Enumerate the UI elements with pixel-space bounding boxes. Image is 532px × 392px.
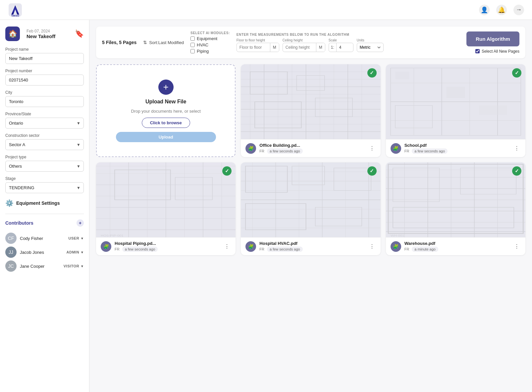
sidebar-title-group: Feb 07, 2024 New Takeoff bbox=[27, 29, 55, 39]
bookmark-icon[interactable]: 🔖 bbox=[75, 29, 84, 38]
file-name: Hospital Piping.pd... bbox=[115, 241, 220, 246]
file-more-button[interactable]: ⋮ bbox=[513, 144, 521, 153]
project-name-input[interactable] bbox=[5, 53, 84, 64]
file-puzzle-icon: 🧩 bbox=[245, 241, 256, 252]
contributor-role-dropdown[interactable]: ▼ bbox=[80, 251, 84, 254]
project-number-input[interactable] bbox=[5, 75, 84, 85]
sidebar-divider bbox=[5, 214, 84, 214]
svg-text:WH-001: WH-001 bbox=[391, 234, 404, 237]
navbar: TAKSO 👤 🔔 → bbox=[0, 0, 532, 20]
units-label: Units bbox=[357, 38, 384, 42]
file-info: 🧩 Hospital HVAC.pdf FR a few seconds ago… bbox=[241, 237, 380, 255]
select-all-new-pages-checkbox[interactable] bbox=[475, 49, 480, 53]
logout-icon[interactable]: → bbox=[513, 5, 524, 15]
logo: TAKSO bbox=[8, 3, 23, 17]
file-card: ✓ 🧩 Hospital HVAC.pdf FR a few seconds a… bbox=[241, 162, 380, 255]
ceiling-height-label: Ceiling height bbox=[283, 38, 325, 42]
project-type-group: Project type Others Commercial Residenti… bbox=[5, 155, 84, 172]
file-meta: FR a few seconds ago bbox=[259, 148, 364, 154]
project-number-group: Project number bbox=[5, 69, 84, 85]
scale-input[interactable] bbox=[337, 43, 353, 52]
main-content: 5 Files, 5 Pages ⇅ Sort:Last Modified SE… bbox=[89, 20, 532, 392]
file-meta: FR a few seconds ago bbox=[115, 247, 220, 252]
sidebar-date: Feb 07, 2024 bbox=[27, 29, 55, 33]
file-meta: FR a few seconds ago bbox=[259, 247, 364, 252]
ai-modules-label: SELECT AI MODULES: bbox=[190, 31, 230, 35]
equipment-settings-label: Equipment Settings bbox=[16, 200, 60, 206]
equipment-settings[interactable]: ⚙️ Equipment Settings bbox=[5, 198, 84, 208]
file-lang: FR bbox=[259, 247, 264, 251]
file-thumbnail: WH-001 ✓ bbox=[386, 162, 525, 237]
file-puzzle-icon: 🧩 bbox=[101, 241, 111, 252]
contributor-role-wrap: USER ▼ bbox=[69, 236, 84, 240]
scale-input-wrap: 1: bbox=[329, 43, 353, 52]
contributor-name: Jane Cooper bbox=[20, 264, 60, 269]
units-select[interactable]: Metric Imperial bbox=[357, 43, 384, 52]
upload-title: Upload New File bbox=[145, 99, 186, 105]
ceiling-height-input[interactable] bbox=[283, 43, 316, 52]
file-time: a few seconds ago bbox=[412, 148, 448, 154]
piping-checkbox[interactable] bbox=[190, 49, 195, 53]
avatar: JJ bbox=[5, 247, 17, 258]
construction-sector-select-wrap: Sector A Sector B Sector C ▼ bbox=[5, 139, 84, 150]
avatar: CF bbox=[5, 233, 17, 244]
project-number-label: Project number bbox=[5, 69, 84, 73]
blueprint-svg: HOS-PIP-001 bbox=[96, 162, 236, 237]
project-type-select[interactable]: Others Commercial Residential Industrial bbox=[5, 161, 84, 172]
piping-checkbox-row: Piping bbox=[190, 49, 230, 54]
home-icon[interactable]: 🏠 bbox=[5, 27, 20, 41]
contributor-row: CF Cody Fisher USER ▼ bbox=[5, 231, 84, 245]
run-algorithm-button[interactable]: Run Algorithm bbox=[466, 31, 519, 46]
stage-label: Stage bbox=[5, 176, 84, 181]
file-more-button[interactable]: ⋮ bbox=[368, 242, 376, 251]
stage-select[interactable]: TENDERING DESIGN CONSTRUCTION AS-BUILT bbox=[5, 182, 84, 193]
file-time: a few seconds ago bbox=[267, 148, 303, 154]
equipment-label: Equipment bbox=[197, 36, 217, 41]
contributor-role-dropdown[interactable]: ▼ bbox=[80, 264, 84, 268]
file-more-button[interactable]: ⋮ bbox=[223, 242, 231, 251]
file-lang: FR bbox=[259, 149, 264, 153]
profile-icon[interactable]: 👤 bbox=[479, 5, 490, 15]
file-time: a few seconds ago bbox=[267, 247, 303, 252]
floor-to-floor-input-wrap: M bbox=[237, 43, 279, 52]
sort-button[interactable]: ⇅ Sort:Last Modified bbox=[143, 40, 184, 45]
check-badge: ✓ bbox=[367, 68, 377, 78]
file-card: WH-001 ✓ 🧩 Warehouse.pdf FR a minute ago… bbox=[386, 162, 525, 255]
upload-plus-button[interactable]: + bbox=[158, 80, 174, 95]
upload-card[interactable]: + Upload New File Drop your documents he… bbox=[96, 64, 236, 157]
floor-to-floor-input[interactable] bbox=[237, 43, 270, 52]
contributor-role: USER bbox=[69, 236, 80, 240]
file-details: Hospital HVAC.pdf FR a few seconds ago bbox=[259, 241, 364, 252]
file-grid: + Upload New File Drop your documents he… bbox=[96, 64, 525, 255]
province-select[interactable]: Ontario Quebec British Columbia Alberta bbox=[5, 118, 84, 129]
construction-sector-select[interactable]: Sector A Sector B Sector C bbox=[5, 139, 84, 150]
ceiling-height-field: Ceiling height M bbox=[283, 38, 325, 52]
project-name-label: Project name bbox=[5, 47, 84, 52]
file-info: 🧩 Hospital Piping.pd... FR a few seconds… bbox=[96, 237, 236, 255]
file-info: 🧩 Warehouse.pdf FR a minute ago ⋮ bbox=[386, 237, 525, 255]
sidebar-header: 🏠 Feb 07, 2024 New Takeoff 🔖 bbox=[5, 27, 84, 41]
browse-button[interactable]: Click to browse bbox=[142, 118, 190, 128]
file-more-button[interactable]: ⋮ bbox=[368, 144, 376, 153]
contributors-title: Contributors bbox=[5, 220, 33, 226]
floor-to-floor-label: Floor to floor height bbox=[237, 38, 279, 42]
province-label: Province/State bbox=[5, 112, 84, 116]
notifications-icon[interactable]: 🔔 bbox=[496, 5, 507, 15]
check-badge: ✓ bbox=[367, 166, 377, 176]
contributor-role-dropdown[interactable]: ▼ bbox=[80, 237, 84, 240]
construction-sector-label: Construction sector bbox=[5, 133, 84, 138]
add-contributor-button[interactable]: + bbox=[77, 219, 84, 227]
upload-subtitle: Drop your documents here, or select bbox=[131, 109, 201, 114]
contributor-role: ADMIN bbox=[67, 250, 80, 254]
hvac-checkbox[interactable] bbox=[190, 43, 195, 47]
file-thumbnail: ✓ bbox=[241, 64, 380, 139]
upload-button[interactable]: Upload bbox=[116, 132, 216, 142]
equipment-checkbox[interactable] bbox=[190, 36, 195, 41]
check-badge: ✓ bbox=[512, 166, 521, 176]
svg-text:HOS-PIP-001: HOS-PIP-001 bbox=[101, 234, 124, 237]
contributor-row: JJ Jacob Jones ADMIN ▼ bbox=[5, 245, 84, 259]
city-input[interactable] bbox=[5, 96, 84, 107]
file-meta: FR a minute ago bbox=[404, 247, 509, 252]
file-more-button[interactable]: ⋮ bbox=[513, 242, 521, 251]
equipment-checkbox-row: Equipment bbox=[190, 36, 230, 41]
